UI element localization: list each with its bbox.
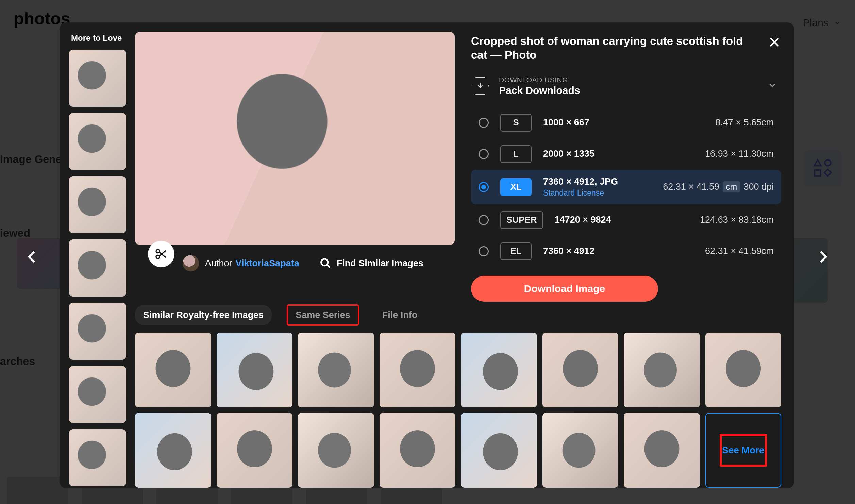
next-arrow[interactable] xyxy=(811,245,835,269)
more-to-love-thumb[interactable] xyxy=(69,366,126,423)
similar-image-thumb[interactable] xyxy=(217,333,293,407)
size-dimensions: 1000 × 667 xyxy=(543,117,632,128)
chevron-right-icon xyxy=(815,249,831,265)
size-option-super[interactable]: SUPER14720 × 9824124.63 × 83.18cm xyxy=(471,204,781,236)
license-link[interactable]: Standard License xyxy=(543,188,632,198)
scissors-icon xyxy=(154,247,168,261)
size-options: S1000 × 6678.47 × 5.65cmL2000 × 133516.9… xyxy=(471,107,781,267)
author-avatar xyxy=(183,255,199,271)
image-title: Cropped shot of woman carrying cute scot… xyxy=(471,34,781,62)
similar-image-thumb[interactable] xyxy=(705,333,782,407)
tabs: Similar Royalty-free Images Same Series … xyxy=(135,305,781,325)
more-to-love-thumb[interactable] xyxy=(69,303,126,360)
more-to-love-column: More to Love xyxy=(69,32,127,488)
download-button[interactable]: Download Image xyxy=(471,276,658,302)
similar-image-thumb[interactable] xyxy=(135,333,211,407)
hero-image[interactable] xyxy=(135,32,455,245)
radio-icon xyxy=(479,246,489,256)
detail-panel: Cropped shot of woman carrying cute scot… xyxy=(471,32,781,302)
size-option-el[interactable]: EL7360 × 491262.31 × 41.59cm xyxy=(471,236,781,267)
close-button[interactable] xyxy=(764,32,785,52)
size-code: XL xyxy=(500,178,532,196)
radio-icon xyxy=(479,215,489,225)
tab-file-info[interactable]: File Info xyxy=(374,305,426,325)
crop-button[interactable] xyxy=(148,241,174,267)
size-dimensions: 7360 × 4912 xyxy=(543,246,632,256)
more-to-love-thumb[interactable] xyxy=(69,429,126,486)
size-dimensions: 2000 × 1335 xyxy=(543,149,632,159)
author-link[interactable]: Author ViktoriaSapata xyxy=(183,255,299,271)
download-method-select[interactable]: DOWNLOAD USING Pack Downloads xyxy=(471,76,781,96)
similar-image-thumb[interactable] xyxy=(624,333,700,407)
similar-image-thumb[interactable] xyxy=(380,333,456,407)
size-dimensions: 7360 × 4912, JPGStandard License xyxy=(543,177,632,198)
download-using-value: Pack Downloads xyxy=(499,85,580,96)
size-code: SUPER xyxy=(500,211,543,229)
similar-image-thumb[interactable] xyxy=(542,413,619,488)
similar-image-thumb[interactable] xyxy=(542,333,619,407)
similar-image-thumb[interactable] xyxy=(380,413,456,488)
size-option-s[interactable]: S1000 × 6678.47 × 5.65cm xyxy=(471,107,781,138)
unit-chip[interactable]: cm xyxy=(723,181,740,192)
chevron-left-icon xyxy=(24,249,40,265)
size-option-l[interactable]: L2000 × 133516.93 × 11.30cm xyxy=(471,138,781,170)
find-similar-button[interactable]: Find Similar Images xyxy=(320,257,423,269)
similar-image-thumb[interactable] xyxy=(135,413,211,488)
similar-image-thumb[interactable] xyxy=(461,333,537,407)
author-label: Author xyxy=(205,258,232,269)
similar-image-thumb[interactable] xyxy=(298,333,374,407)
see-more-button[interactable]: See More xyxy=(705,413,782,488)
chevron-down-icon xyxy=(768,81,777,91)
size-code: L xyxy=(500,145,532,163)
size-physical: 62.31 × 41.59cm300 dpi xyxy=(663,181,774,192)
find-similar-label: Find Similar Images xyxy=(337,258,423,269)
similar-image-thumb[interactable] xyxy=(217,413,293,488)
more-to-love-thumb[interactable] xyxy=(69,50,126,107)
radio-icon xyxy=(479,118,489,128)
download-using-label: DOWNLOAD USING xyxy=(499,76,568,84)
more-to-love-thumb[interactable] xyxy=(69,239,126,297)
size-physical: 124.63 × 83.18cm xyxy=(700,215,774,225)
radio-icon xyxy=(479,182,489,192)
prev-arrow[interactable] xyxy=(20,245,44,269)
size-physical: 16.93 × 11.30cm xyxy=(705,149,774,159)
similar-image-thumb[interactable] xyxy=(624,413,700,488)
svg-point-6 xyxy=(321,259,328,266)
hero-image-wrap: Author ViktoriaSapata Find Similar Image… xyxy=(135,32,455,277)
search-icon xyxy=(320,257,331,269)
size-code: EL xyxy=(500,242,532,260)
author-name: ViktoriaSapata xyxy=(236,258,299,269)
more-to-love-thumb[interactable] xyxy=(69,113,126,170)
similar-image-thumb[interactable] xyxy=(461,413,537,488)
more-to-love-title: More to Love xyxy=(69,32,127,44)
download-hex-icon xyxy=(471,77,489,95)
size-dimensions: 14720 × 9824 xyxy=(555,215,643,225)
size-physical: 62.31 × 41.59cm xyxy=(705,246,774,256)
similar-images-grid: See More xyxy=(135,333,781,488)
similar-image-thumb[interactable] xyxy=(298,413,374,488)
size-code: S xyxy=(500,114,532,132)
see-more-label: See More xyxy=(722,445,765,456)
tab-same-series[interactable]: Same Series xyxy=(287,305,358,325)
radio-icon xyxy=(479,149,489,159)
tab-similar[interactable]: Similar Royalty-free Images xyxy=(135,305,272,325)
close-icon xyxy=(768,36,781,48)
image-detail-modal: More to Love Author xyxy=(60,22,794,488)
size-option-xl[interactable]: XL7360 × 4912, JPGStandard License62.31 … xyxy=(471,170,781,204)
size-physical: 8.47 × 5.65cm xyxy=(715,117,774,128)
more-to-love-thumb[interactable] xyxy=(69,176,126,233)
